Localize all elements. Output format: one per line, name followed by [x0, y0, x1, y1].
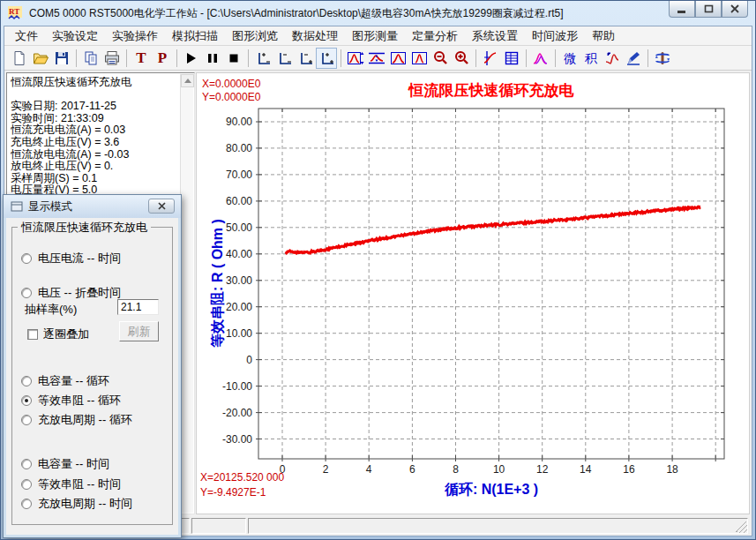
menu-experiment-operate[interactable]: 实验操作 — [105, 26, 165, 46]
copy-button[interactable] — [80, 48, 101, 69]
axis-plus-plus-icon — [318, 50, 334, 66]
display-mode-dialog: 显示模式 恒流限压快速循环充放电 电压电流 -- 时间 电压 -- 折叠时间 抽… — [3, 194, 182, 538]
zoom-out-button[interactable] — [430, 48, 451, 69]
zoom-in-button[interactable] — [451, 48, 472, 69]
zoom-frame-narrow-button[interactable] — [408, 48, 430, 69]
menu-system-settings[interactable]: 系统设置 — [465, 26, 525, 46]
option-label: 电压 -- 折叠时间 — [38, 285, 121, 301]
quadrant-plus-plus-button[interactable] — [316, 48, 337, 69]
radio-icon[interactable] — [21, 415, 32, 425]
radio-icon[interactable] — [21, 288, 32, 298]
menu-file[interactable]: 文件 — [8, 26, 45, 46]
differential-button[interactable]: 微 — [559, 48, 580, 69]
run-button[interactable] — [181, 48, 202, 69]
radio-icon[interactable] — [21, 376, 32, 386]
open-file-button[interactable] — [30, 48, 51, 69]
option-voltage-folded-time[interactable]: 电压 -- 折叠时间 — [21, 285, 121, 301]
quadrant-plus-minus-button[interactable] — [252, 48, 273, 69]
dialog-titlebar: 显示模式 — [4, 195, 181, 218]
option-label: 电容量 -- 时间 — [38, 456, 109, 472]
pause-button[interactable] — [202, 48, 223, 69]
svg-text:2: 2 — [323, 463, 329, 476]
menu-simulate-scan[interactable]: 模拟扫描 — [165, 26, 225, 46]
option-voltage-current-time[interactable]: 电压电流 -- 时间 — [21, 251, 121, 266]
sample-rate-input[interactable] — [117, 299, 159, 315]
radio-icon[interactable] — [21, 395, 32, 406]
svg-text:-10.00: -10.00 — [222, 380, 252, 393]
rotate-3d-button[interactable] — [652, 48, 673, 69]
close-button[interactable] — [722, 1, 748, 18]
option-capacity-cycle[interactable]: 电容量 -- 循环 — [21, 373, 109, 389]
resize-grip[interactable] — [736, 521, 747, 533]
t-marker-button[interactable]: T — [131, 48, 152, 69]
option-esr-cycle[interactable]: 等效串阻 -- 循环 — [21, 393, 121, 409]
menu-graph-browse[interactable]: 图形浏览 — [225, 26, 285, 46]
annotate-button[interactable] — [623, 48, 644, 69]
cursor-top-y: Y=0.0000E0 — [202, 91, 260, 104]
checkbox-icon[interactable] — [27, 329, 38, 340]
menu-graph-measure[interactable]: 图形测量 — [345, 26, 405, 46]
new-file-button[interactable] — [9, 48, 30, 69]
compress-y-icon — [368, 50, 385, 66]
dialog-close-button[interactable] — [148, 199, 175, 214]
overlay-per-cycle-checkbox-row[interactable]: 逐圈叠加 — [27, 326, 89, 342]
cursor-readout-top: X=0.0000E0 Y=0.0000E0 — [202, 78, 260, 104]
scroll-up-button[interactable] — [181, 74, 194, 87]
svg-text:60.00: 60.00 — [226, 195, 252, 207]
info-panel-scrollbar[interactable] — [180, 74, 193, 513]
autoscale-y-button[interactable] — [345, 48, 366, 69]
svg-text:10.00: 10.00 — [226, 327, 252, 340]
integral-button[interactable]: 积 — [580, 48, 602, 69]
derivative-button[interactable] — [602, 48, 623, 69]
quadrant-minus-plus-button[interactable] — [295, 48, 316, 69]
option-period-time[interactable]: 充放电周期 -- 时间 — [21, 496, 132, 512]
y-axis-label: 等效串阻: R ( Ohm ) — [209, 151, 227, 416]
zoom-frame-wide-button[interactable] — [387, 48, 408, 69]
menu-experiment-setup[interactable]: 实验设定 — [45, 26, 105, 46]
refresh-button[interactable]: 刷新 — [119, 321, 159, 341]
data-table-button[interactable] — [501, 48, 522, 69]
chart-svg[interactable]: 90.0080.0070.0060.0050.0040.0030.0020.00… — [197, 73, 754, 514]
stop-icon — [228, 52, 240, 64]
svg-text:90.00: 90.00 — [226, 116, 252, 128]
toolbar-separator — [176, 49, 177, 67]
cursor-bottom-y: Y=-9.4927E-1 — [200, 485, 284, 500]
overlay-curves-button[interactable] — [530, 48, 551, 69]
toolbar-separator — [555, 49, 556, 67]
dialog-icon — [11, 201, 23, 212]
stop-button[interactable] — [223, 48, 244, 69]
radio-icon[interactable] — [21, 499, 32, 509]
minimize-button[interactable] — [669, 1, 695, 18]
compress-y-button[interactable] — [366, 48, 387, 69]
option-esr-time[interactable]: 等效串阻 -- 时间 — [21, 476, 121, 492]
menu-data-process[interactable]: 数据处理 — [285, 26, 345, 46]
app-icon[interactable]: RT — [8, 6, 24, 20]
option-label: 等效串阻 -- 循环 — [38, 393, 121, 409]
status-segment-right — [248, 518, 748, 534]
x-axis-label: 循环: N(1E+3 ) — [258, 481, 724, 499]
info-line — [11, 89, 178, 101]
quadrant-minus-minus-button[interactable] — [273, 48, 295, 69]
save-button[interactable] — [51, 48, 72, 69]
menu-quantitative[interactable]: 定量分析 — [405, 26, 465, 46]
option-label: 等效串阻 -- 时间 — [38, 476, 121, 492]
radio-icon[interactable] — [21, 253, 32, 264]
option-label: 电容量 -- 循环 — [38, 373, 109, 389]
groupbox-legend: 恒流限压快速循环充放电 — [18, 220, 151, 236]
menu-help[interactable]: 帮助 — [585, 26, 622, 46]
baseline-button[interactable] — [480, 48, 501, 69]
option-period-cycle[interactable]: 充放电周期 -- 循环 — [21, 412, 132, 428]
radio-icon[interactable] — [21, 459, 32, 469]
axis-minus-minus-icon — [276, 50, 292, 66]
experiment-info-text: 恒流限压快速循环充放电 实验日期: 2017-11-25 实验时间: 21:33… — [11, 77, 178, 209]
p-marker-button[interactable]: P — [152, 48, 173, 69]
restore-button[interactable] — [695, 1, 722, 18]
chart-panel: X=0.0000E0 Y=0.0000E0 恒流限压快速循环充放电 90.008… — [196, 72, 750, 514]
option-label: 电压电流 -- 时间 — [38, 251, 121, 266]
radio-icon[interactable] — [21, 479, 32, 490]
print-button[interactable] — [101, 48, 123, 69]
option-capacity-time[interactable]: 电容量 -- 时间 — [21, 456, 109, 472]
menu-time-waveform[interactable]: 时间波形 — [525, 26, 585, 46]
svg-text:-30.00: -30.00 — [222, 433, 252, 446]
option-label: 充放电周期 -- 时间 — [38, 496, 132, 512]
